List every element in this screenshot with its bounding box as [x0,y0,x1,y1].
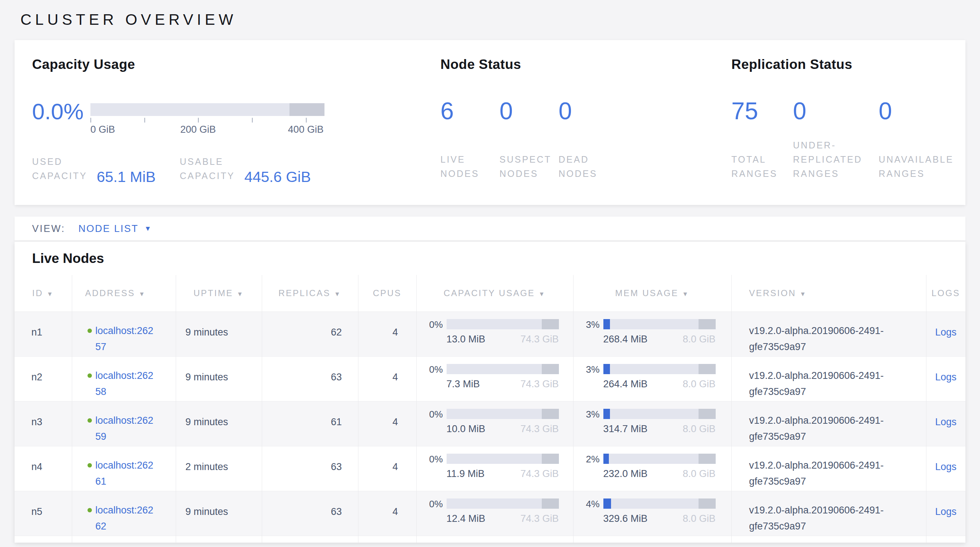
table-header-row: ID▼ ADDRESS▼ UPTIME▼ REPLICAS▼ CPUS CAPA… [14,275,966,312]
page-title: CLUSTER OVERVIEW [0,0,980,29]
sort-icon: ▼ [237,291,244,297]
table-row: n5 localhost:26262 9 minutes 63 4 0% 12.… [14,491,966,536]
capacity-used: 7.3 MiB [447,378,480,390]
node-mem-usage-cell: 3% 314.7 MiB8.0 GiB [573,401,731,446]
node-capacity-usage-cell: 0% 13.0 MiB74.3 GiB [416,312,573,356]
node-address-link[interactable]: localhost:26262 [95,502,156,534]
mem-max: 8.0 GiB [682,512,715,525]
node-version: v19.2.0-alpha.20190606-2491-gfe735c9a97 [731,356,926,401]
node-address-cell: localhost:26261 [72,446,176,491]
unavailable-ranges-stat: 0 UNAVAILABLERANGES [879,98,892,181]
node-mem-usage-cell: 2% 232.0 MiB8.0 GiB [573,446,731,491]
capacity-pct: 0% [417,498,443,509]
live-nodes-title: Live Nodes [14,242,966,275]
replication-status-title: Replication Status [731,57,979,72]
view-dropdown[interactable]: NODE LIST ▼ [78,223,151,234]
mem-used: 232.0 MiB [603,467,648,480]
column-header-replicas[interactable]: REPLICAS▼ [262,275,358,312]
used-capacity-value: 65.1 MiB [97,169,156,186]
node-uptime: 9 minutes [176,491,262,536]
node-uptime: 9 minutes [176,312,262,356]
chevron-down-icon: ▼ [145,225,151,233]
logs-link[interactable]: Logs [935,461,957,472]
logs-link[interactable]: Logs [935,327,957,338]
capacity-max: 74.3 GiB [520,423,558,435]
node-address-cell: localhost:26259 [72,401,176,446]
capacity-pct: 0% [417,364,443,375]
mem-max: 8.0 GiB [682,423,715,435]
mem-pct: 4% [573,498,600,509]
live-status-icon [88,463,92,467]
tick-label-400: 400 GiB [288,124,324,135]
node-id: n1 [14,312,72,356]
capacity-percent-value: 0.0% [32,99,91,134]
logs-link[interactable]: Logs [935,372,957,383]
node-status-stats: 6 LIVENODES 0 SUSPECTNODES 0 DEADNODES [441,98,721,181]
mem-bar [603,409,716,419]
node-status-section: Node Status 6 LIVENODES 0 SUSPECTNODES 0… [441,40,721,205]
node-address-link[interactable]: localhost:26259 [95,412,156,445]
capacity-axis-ticks [91,116,325,122]
mem-bar [603,454,716,464]
column-header-cpus: CPUS [358,275,416,312]
node-address-link[interactable]: localhost:26258 [95,367,156,400]
dead-nodes-stat: 0 DEADNODES [558,98,617,181]
usable-capacity-value: 445.6 GiB [244,169,310,186]
capacity-usage-title: Capacity Usage [32,57,426,72]
logs-link[interactable]: Logs [935,506,957,517]
logs-link[interactable]: Logs [935,417,957,428]
sort-icon: ▼ [139,291,146,297]
capacity-max: 74.3 GiB [520,467,558,480]
table-row: n3 localhost:26259 9 minutes 61 4 0% 10.… [14,401,966,446]
capacity-bar [447,319,559,329]
column-header-uptime[interactable]: UPTIME▼ [176,275,262,312]
node-mem-usage-cell: 3% 264.4 MiB8.0 GiB [573,356,731,401]
column-header-capacity-usage[interactable]: CAPACITY USAGE▼ [416,275,573,312]
capacity-usage-section: Capacity Usage 0.0% 0 GiB 200 GiB 400 Gi… [32,40,426,205]
capacity-bar [447,364,559,374]
node-address-link[interactable]: localhost:26261 [95,457,156,490]
capacity-used: 11.9 MiB [447,467,485,480]
capacity-pct: 0% [417,454,443,464]
node-capacity-usage-cell: 0% 11.9 MiB74.3 GiB [416,446,573,491]
mem-bar [603,319,716,329]
mem-max: 8.0 GiB [682,378,715,390]
capacity-pct: 0% [417,319,443,330]
column-header-mem-usage[interactable]: MEM USAGE▼ [573,275,731,312]
usable-capacity-stat: USABLE CAPACITY 445.6 GiB [180,154,311,183]
live-nodes-table: ID▼ ADDRESS▼ UPTIME▼ REPLICAS▼ CPUS CAPA… [14,275,966,542]
used-capacity-label: USED CAPACITY [32,154,87,183]
node-id: n3 [14,401,72,446]
view-dropdown-selected: NODE LIST [78,223,138,234]
node-cpus: 4 [358,446,416,491]
capacity-max: 74.3 GiB [520,333,558,345]
node-version: v19.2.0-alpha.20190606-2491-gfe735c9a97 [731,491,926,536]
column-header-version[interactable]: VERSION▼ [731,275,926,312]
capacity-bar [447,409,559,419]
mem-pct: 3% [573,364,600,375]
cluster-overview-page: CLUSTER OVERVIEW Capacity Usage 0.0% 0 G… [0,0,980,547]
sort-icon: ▼ [800,291,807,297]
node-address-link[interactable]: localhost:26257 [95,323,156,355]
node-address-cell: localhost:26257 [72,312,176,356]
node-status-title: Node Status [441,57,721,72]
table-row: n2 localhost:26258 9 minutes 63 4 0% 7.3… [14,356,966,401]
capacity-pct: 0% [417,409,443,420]
mem-max: 8.0 GiB [682,467,715,480]
mem-bar [603,364,716,374]
node-cpus: 4 [358,312,416,356]
mem-pct: 3% [573,409,600,420]
cluster-summary-card: Capacity Usage 0.0% 0 GiB 200 GiB 400 Gi… [14,40,966,205]
column-header-logs: LOGS [926,275,966,312]
mem-used: 314.7 MiB [603,423,648,435]
mem-pct: 2% [573,454,600,464]
under-replicated-ranges-stat: 0 UNDER-REPLICATEDRANGES [793,98,879,181]
column-header-id[interactable]: ID▼ [14,275,72,312]
tick-label-0: 0 GiB [91,124,115,135]
column-header-address[interactable]: ADDRESS▼ [72,275,176,312]
live-nodes-stat: 6 LIVENODES [441,98,500,181]
node-id: n5 [14,491,72,536]
node-cpus: 4 [358,356,416,401]
total-ranges-stat: 75 TOTALRANGES [731,98,793,181]
capacity-used: 13.0 MiB [447,333,485,345]
